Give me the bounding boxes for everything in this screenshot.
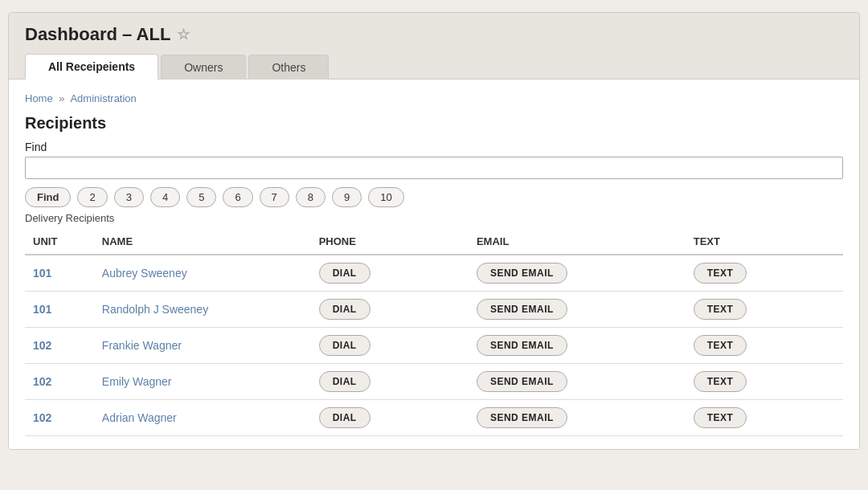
- phone-cell: DIAL: [311, 400, 469, 436]
- text-button[interactable]: TEXT: [694, 299, 747, 320]
- name-cell[interactable]: Emily Wagner: [94, 364, 311, 400]
- page-2-button[interactable]: 2: [77, 187, 107, 207]
- title-text: Dashboard – ALL: [25, 24, 170, 45]
- col-header-phone: PHONE: [311, 229, 469, 255]
- page-6-button[interactable]: 6: [223, 187, 252, 207]
- phone-cell: DIAL: [311, 328, 469, 364]
- table-row: 101 Aubrey Sweeney DIAL SEND EMAIL TEXT: [25, 255, 843, 292]
- main-container: Dashboard – ALL ☆ All Receipeients Owner…: [8, 12, 860, 450]
- name-cell[interactable]: Frankie Wagner: [94, 328, 311, 364]
- unit-cell: 101: [25, 255, 94, 292]
- dashboard-title: Dashboard – ALL ☆: [25, 24, 843, 45]
- col-header-unit: UNIT: [25, 229, 94, 255]
- text-button[interactable]: TEXT: [694, 335, 747, 356]
- phone-cell: DIAL: [311, 292, 469, 328]
- text-cell: TEXT: [686, 255, 843, 292]
- table-row: 102 Adrian Wagner DIAL SEND EMAIL TEXT: [25, 400, 843, 436]
- name-cell[interactable]: Aubrey Sweeney: [94, 255, 311, 292]
- unit-cell: 101: [25, 292, 94, 328]
- dial-button[interactable]: DIAL: [319, 371, 371, 392]
- find-button[interactable]: Find: [25, 187, 71, 207]
- tab-others[interactable]: Others: [248, 55, 329, 80]
- table-header-row: UNIT NAME PHONE EMAIL TEXT: [25, 229, 843, 255]
- breadcrumb-separator: »: [59, 92, 64, 104]
- table-row: 102 Emily Wagner DIAL SEND EMAIL TEXT: [25, 364, 843, 400]
- text-button[interactable]: TEXT: [694, 407, 747, 428]
- breadcrumb-home[interactable]: Home: [25, 92, 53, 104]
- unit-cell: 102: [25, 400, 94, 436]
- col-header-text: TEXT: [686, 229, 843, 255]
- send-email-button[interactable]: SEND EMAIL: [477, 335, 567, 356]
- name-cell[interactable]: Randolph J Sweeney: [94, 292, 311, 328]
- find-label: Find: [25, 141, 843, 153]
- page-7-button[interactable]: 7: [260, 187, 289, 207]
- content-area: Home » Administration Recipients Find Fi…: [9, 80, 859, 449]
- email-cell: SEND EMAIL: [469, 255, 686, 292]
- dial-button[interactable]: DIAL: [319, 335, 371, 356]
- unit-cell: 102: [25, 328, 94, 364]
- page-8-button[interactable]: 8: [296, 187, 326, 207]
- unit-cell: 102: [25, 364, 94, 400]
- send-email-button[interactable]: SEND EMAIL: [477, 299, 567, 320]
- email-cell: SEND EMAIL: [469, 328, 686, 364]
- email-cell: SEND EMAIL: [469, 400, 686, 436]
- send-email-button[interactable]: SEND EMAIL: [477, 407, 567, 428]
- tab-all-recipients[interactable]: All Receipeients: [25, 54, 158, 80]
- dial-button[interactable]: DIAL: [319, 299, 371, 320]
- page-9-button[interactable]: 9: [332, 187, 362, 207]
- tab-bar: All Receipeients Owners Others: [25, 53, 843, 79]
- text-cell: TEXT: [686, 328, 843, 364]
- text-button[interactable]: TEXT: [694, 263, 747, 284]
- pagination-bar: Find 2 3 4 5 6 7 8 9 10: [25, 187, 843, 207]
- dial-button[interactable]: DIAL: [319, 407, 371, 428]
- name-cell[interactable]: Adrian Wagner: [94, 400, 311, 436]
- email-cell: SEND EMAIL: [469, 364, 686, 400]
- tab-owners[interactable]: Owners: [161, 55, 246, 80]
- dial-button[interactable]: DIAL: [319, 263, 371, 284]
- recipients-table: UNIT NAME PHONE EMAIL TEXT 101 Aubrey Sw…: [25, 229, 843, 436]
- page-5-button[interactable]: 5: [186, 187, 216, 207]
- col-header-name: NAME: [94, 229, 311, 255]
- breadcrumb-administration[interactable]: Administration: [70, 92, 136, 104]
- phone-cell: DIAL: [311, 364, 469, 400]
- page-4-button[interactable]: 4: [150, 187, 180, 207]
- text-cell: TEXT: [686, 364, 843, 400]
- table-row: 102 Frankie Wagner DIAL SEND EMAIL TEXT: [25, 328, 843, 364]
- section-title: Recipients: [25, 114, 843, 133]
- header-bar: Dashboard – ALL ☆ All Receipeients Owner…: [9, 13, 859, 80]
- text-cell: TEXT: [686, 292, 843, 328]
- breadcrumb: Home » Administration: [25, 92, 843, 104]
- email-cell: SEND EMAIL: [469, 292, 686, 328]
- page-3-button[interactable]: 3: [114, 187, 144, 207]
- favorite-star-icon[interactable]: ☆: [177, 26, 190, 43]
- search-input[interactable]: [25, 157, 843, 179]
- page-10-button[interactable]: 10: [368, 187, 403, 207]
- send-email-button[interactable]: SEND EMAIL: [477, 263, 567, 284]
- send-email-button[interactable]: SEND EMAIL: [477, 371, 567, 392]
- phone-cell: DIAL: [311, 255, 469, 292]
- delivery-recipients-label: Delivery Recipients: [25, 212, 843, 224]
- text-button[interactable]: TEXT: [694, 371, 747, 392]
- table-row: 101 Randolph J Sweeney DIAL SEND EMAIL T…: [25, 292, 843, 328]
- text-cell: TEXT: [686, 400, 843, 436]
- col-header-email: EMAIL: [469, 229, 686, 255]
